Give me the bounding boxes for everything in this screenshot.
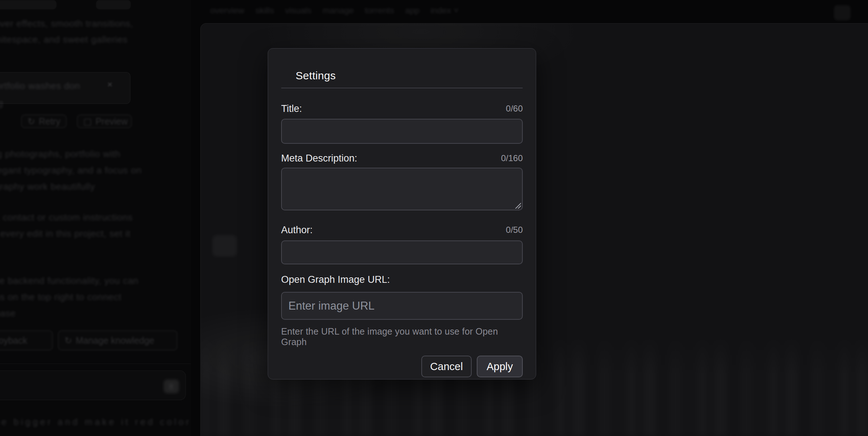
title-input[interactable] xyxy=(281,119,523,144)
app-window: hover effects, smooth transitions, white… xyxy=(0,0,868,436)
title-char-counter: 0/60 xyxy=(506,104,523,114)
panel-toggle-icon[interactable] xyxy=(834,5,851,20)
manage-knowledge-label: Manage knowledge xyxy=(76,335,154,346)
chat-sidebar: hover effects, smooth transitions, white… xyxy=(0,0,191,436)
dimmed-chat-line: abase xyxy=(0,308,16,319)
meta-description-char-counter: 0/160 xyxy=(501,153,523,163)
dialog-divider xyxy=(281,88,523,88)
dimmed-chat-line: ons on the top right to connect xyxy=(0,292,121,303)
og-image-url-helper-text: Enter the URL of the image you want to u… xyxy=(281,326,523,347)
playback-button[interactable]: oyback xyxy=(0,330,53,351)
playback-label: oyback xyxy=(0,335,27,346)
dialog-actions: Cancel Apply xyxy=(281,356,523,377)
dimmed-chat-line: elegant typography, and a focus on xyxy=(0,165,142,176)
author-char-counter: 0/50 xyxy=(506,225,523,235)
topbar-item[interactable]: manage xyxy=(322,5,354,16)
sidebar-tab-pill[interactable] xyxy=(96,0,131,9)
floating-edit-button[interactable] xyxy=(212,235,237,257)
og-image-url-input[interactable] xyxy=(281,292,523,320)
retry-button[interactable]: ↻ Retry xyxy=(21,114,67,128)
preview-topbar: overview skills visuals manage torrents … xyxy=(200,0,868,23)
title-field-label: Title: xyxy=(281,103,302,114)
sidebar-tab-pill[interactable] xyxy=(0,0,57,9)
dimmed-chat-line: to every edit in this project, set it xyxy=(0,228,130,239)
dimmed-chat-line: see backend functionality, you can xyxy=(0,275,139,286)
topbar-menu: overview skills visuals manage torrents … xyxy=(210,5,459,16)
topbar-item[interactable]: visuals xyxy=(285,5,312,16)
topbar-item[interactable]: torrents xyxy=(365,5,394,16)
chat-input[interactable] xyxy=(0,370,186,400)
cancel-button[interactable]: Cancel xyxy=(421,356,472,377)
dimmed-chat-line: hover effects, smooth transitions, xyxy=(0,18,133,29)
chat-notice-box: portfolio washes don × xyxy=(0,72,130,104)
topbar-item[interactable]: skills xyxy=(255,5,274,16)
preview-button[interactable]: ▢ Preview xyxy=(77,114,132,128)
meta-description-label: Meta Description: xyxy=(281,153,357,164)
dimmed-chat-line: ography work beautifully xyxy=(0,181,95,192)
dialog-title: Settings xyxy=(281,49,523,82)
send-icon: ↑ xyxy=(169,381,174,391)
dimmed-notice-text: portfolio washes don xyxy=(0,80,80,92)
close-icon[interactable]: × xyxy=(107,79,113,90)
sidebar-divider xyxy=(0,364,191,364)
dimmed-chat-line: ing photographs, portfolio with xyxy=(0,148,120,160)
meta-description-textarea[interactable] xyxy=(281,168,523,210)
dimmed-chat-line: m, contact or custom instructions xyxy=(0,212,133,223)
retry-label: Retry xyxy=(39,116,60,127)
apply-button[interactable]: Apply xyxy=(477,356,523,377)
dimmed-chat-line: the bigger and make it red color xyxy=(0,416,191,428)
og-image-url-label: Open Graph Image URL: xyxy=(281,274,390,285)
resize-grip-icon[interactable] xyxy=(515,202,521,209)
refresh-icon: ↻ xyxy=(28,116,35,127)
dimmed-notice-line2: g xyxy=(0,98,3,109)
manage-knowledge-button[interactable]: ↻ Manage knowledge xyxy=(58,330,178,351)
author-input[interactable] xyxy=(281,240,523,264)
topbar-item-dropdown[interactable]: index ˅ xyxy=(430,5,459,16)
author-field-label: Author: xyxy=(281,225,313,236)
topbar-item[interactable]: app xyxy=(405,5,420,16)
preview-icon: ▢ xyxy=(83,116,92,127)
send-button[interactable]: ↑ xyxy=(164,380,179,393)
settings-dialog: Settings Title: 0/60 Meta Description: 0… xyxy=(268,48,536,380)
topbar-item[interactable]: overview xyxy=(210,5,245,16)
dimmed-chat-line: whitespace, and sweet galleries xyxy=(0,34,128,45)
refresh-icon: ↻ xyxy=(64,335,72,346)
preview-label: Preview xyxy=(96,116,128,127)
